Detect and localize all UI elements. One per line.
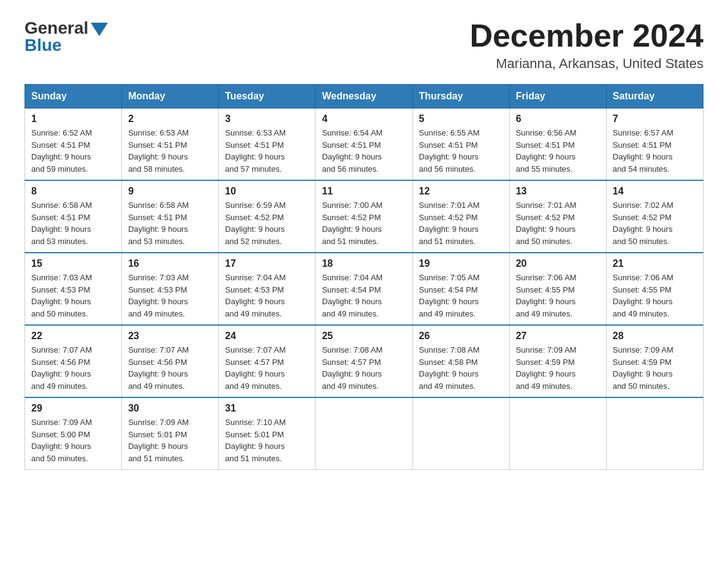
day-info: Sunrise: 7:07 AMSunset: 4:57 PMDaylight:… bbox=[225, 344, 309, 392]
calendar-cell: 23Sunrise: 7:07 AMSunset: 4:56 PMDayligh… bbox=[122, 325, 219, 397]
calendar-cell: 22Sunrise: 7:07 AMSunset: 4:56 PMDayligh… bbox=[25, 325, 122, 397]
logo-triangle-icon bbox=[91, 23, 108, 36]
day-info: Sunrise: 7:02 AMSunset: 4:52 PMDaylight:… bbox=[613, 199, 697, 247]
day-number: 2 bbox=[128, 113, 212, 124]
calendar-cell: 26Sunrise: 7:08 AMSunset: 4:58 PMDayligh… bbox=[412, 325, 509, 397]
weekday-header-sunday: Sunday bbox=[25, 85, 122, 109]
calendar-cell: 8Sunrise: 6:58 AMSunset: 4:51 PMDaylight… bbox=[25, 180, 122, 253]
day-number: 4 bbox=[322, 113, 406, 124]
day-number: 25 bbox=[322, 331, 406, 342]
day-info: Sunrise: 6:57 AMSunset: 4:51 PMDaylight:… bbox=[613, 127, 697, 175]
day-info: Sunrise: 6:56 AMSunset: 4:51 PMDaylight:… bbox=[516, 127, 600, 175]
weekday-header-thursday: Thursday bbox=[412, 85, 509, 109]
day-info: Sunrise: 6:53 AMSunset: 4:51 PMDaylight:… bbox=[128, 127, 212, 175]
calendar-cell: 28Sunrise: 7:09 AMSunset: 4:59 PMDayligh… bbox=[606, 325, 703, 397]
day-number: 20 bbox=[516, 258, 600, 269]
calendar-cell: 14Sunrise: 7:02 AMSunset: 4:52 PMDayligh… bbox=[606, 180, 703, 253]
calendar-week-row: 29Sunrise: 7:09 AMSunset: 5:00 PMDayligh… bbox=[25, 397, 703, 470]
calendar-cell: 16Sunrise: 7:03 AMSunset: 4:53 PMDayligh… bbox=[122, 253, 219, 325]
calendar-cell: 11Sunrise: 7:00 AMSunset: 4:52 PMDayligh… bbox=[316, 180, 412, 253]
day-info: Sunrise: 7:09 AMSunset: 4:59 PMDaylight:… bbox=[516, 344, 600, 392]
day-info: Sunrise: 6:58 AMSunset: 4:51 PMDaylight:… bbox=[31, 199, 115, 247]
calendar-week-row: 22Sunrise: 7:07 AMSunset: 4:56 PMDayligh… bbox=[25, 325, 703, 397]
day-number: 30 bbox=[128, 403, 212, 414]
calendar-cell: 7Sunrise: 6:57 AMSunset: 4:51 PMDaylight… bbox=[606, 109, 703, 181]
calendar-cell: 13Sunrise: 7:01 AMSunset: 4:52 PMDayligh… bbox=[509, 180, 606, 253]
calendar-table: SundayMondayTuesdayWednesdayThursdayFrid… bbox=[25, 84, 703, 470]
day-number: 3 bbox=[225, 113, 309, 124]
logo: General Blue bbox=[25, 18, 108, 55]
calendar-cell: 25Sunrise: 7:08 AMSunset: 4:57 PMDayligh… bbox=[316, 325, 412, 397]
day-info: Sunrise: 7:09 AMSunset: 4:59 PMDaylight:… bbox=[613, 344, 697, 392]
day-info: Sunrise: 7:03 AMSunset: 4:53 PMDaylight:… bbox=[31, 272, 115, 320]
calendar-cell: 30Sunrise: 7:09 AMSunset: 5:01 PMDayligh… bbox=[122, 397, 219, 470]
day-info: Sunrise: 7:09 AMSunset: 5:01 PMDaylight:… bbox=[128, 416, 212, 464]
weekday-header-friday: Friday bbox=[509, 85, 606, 109]
day-number: 6 bbox=[516, 113, 600, 124]
day-number: 5 bbox=[419, 113, 503, 124]
calendar-cell bbox=[412, 397, 509, 470]
day-info: Sunrise: 7:07 AMSunset: 4:56 PMDaylight:… bbox=[128, 344, 212, 392]
day-number: 28 bbox=[613, 331, 697, 342]
day-number: 24 bbox=[225, 331, 309, 342]
day-info: Sunrise: 7:01 AMSunset: 4:52 PMDaylight:… bbox=[419, 199, 503, 247]
calendar-cell: 6Sunrise: 6:56 AMSunset: 4:51 PMDaylight… bbox=[509, 109, 606, 181]
day-number: 29 bbox=[31, 403, 115, 414]
day-info: Sunrise: 7:08 AMSunset: 4:58 PMDaylight:… bbox=[419, 344, 503, 392]
calendar-cell: 21Sunrise: 7:06 AMSunset: 4:55 PMDayligh… bbox=[606, 253, 703, 325]
calendar-cell: 9Sunrise: 6:58 AMSunset: 4:51 PMDaylight… bbox=[122, 180, 219, 253]
calendar-cell: 29Sunrise: 7:09 AMSunset: 5:00 PMDayligh… bbox=[25, 397, 122, 470]
day-number: 11 bbox=[322, 186, 406, 197]
day-number: 19 bbox=[419, 258, 503, 269]
weekday-header-wednesday: Wednesday bbox=[316, 85, 412, 109]
day-number: 18 bbox=[322, 258, 406, 269]
day-info: Sunrise: 7:07 AMSunset: 4:56 PMDaylight:… bbox=[31, 344, 115, 392]
day-number: 27 bbox=[516, 331, 600, 342]
day-info: Sunrise: 7:05 AMSunset: 4:54 PMDaylight:… bbox=[419, 272, 503, 320]
weekday-header-monday: Monday bbox=[122, 85, 219, 109]
day-number: 9 bbox=[128, 186, 212, 197]
day-number: 31 bbox=[225, 403, 309, 414]
calendar-cell: 15Sunrise: 7:03 AMSunset: 4:53 PMDayligh… bbox=[25, 253, 122, 325]
weekday-header-row: SundayMondayTuesdayWednesdayThursdayFrid… bbox=[25, 85, 703, 109]
calendar-cell bbox=[509, 397, 606, 470]
calendar-cell bbox=[606, 397, 703, 470]
day-number: 8 bbox=[31, 186, 115, 197]
day-number: 13 bbox=[516, 186, 600, 197]
day-info: Sunrise: 7:09 AMSunset: 5:00 PMDaylight:… bbox=[31, 416, 115, 464]
day-number: 7 bbox=[613, 113, 697, 124]
day-number: 1 bbox=[31, 113, 115, 124]
day-number: 22 bbox=[31, 331, 115, 342]
logo-blue-text: Blue bbox=[25, 36, 62, 55]
calendar-week-row: 8Sunrise: 6:58 AMSunset: 4:51 PMDaylight… bbox=[25, 180, 703, 253]
calendar-cell: 20Sunrise: 7:06 AMSunset: 4:55 PMDayligh… bbox=[509, 253, 606, 325]
calendar-cell: 4Sunrise: 6:54 AMSunset: 4:51 PMDaylight… bbox=[316, 109, 412, 181]
title-block: December 2024 Marianna, Arkansas, United… bbox=[469, 18, 703, 72]
calendar-cell: 2Sunrise: 6:53 AMSunset: 4:51 PMDaylight… bbox=[122, 109, 219, 181]
day-number: 17 bbox=[225, 258, 309, 269]
day-info: Sunrise: 7:08 AMSunset: 4:57 PMDaylight:… bbox=[322, 344, 406, 392]
day-info: Sunrise: 7:06 AMSunset: 4:55 PMDaylight:… bbox=[613, 272, 697, 320]
calendar-week-row: 15Sunrise: 7:03 AMSunset: 4:53 PMDayligh… bbox=[25, 253, 703, 325]
calendar-cell: 10Sunrise: 6:59 AMSunset: 4:52 PMDayligh… bbox=[219, 180, 316, 253]
day-info: Sunrise: 6:58 AMSunset: 4:51 PMDaylight:… bbox=[128, 199, 212, 247]
weekday-header-saturday: Saturday bbox=[606, 85, 703, 109]
calendar-cell: 18Sunrise: 7:04 AMSunset: 4:54 PMDayligh… bbox=[316, 253, 412, 325]
day-info: Sunrise: 6:59 AMSunset: 4:52 PMDaylight:… bbox=[225, 199, 309, 247]
day-number: 23 bbox=[128, 331, 212, 342]
day-info: Sunrise: 7:01 AMSunset: 4:52 PMDaylight:… bbox=[516, 199, 600, 247]
day-info: Sunrise: 6:55 AMSunset: 4:51 PMDaylight:… bbox=[419, 127, 503, 175]
day-info: Sunrise: 6:54 AMSunset: 4:51 PMDaylight:… bbox=[322, 127, 406, 175]
calendar-cell: 19Sunrise: 7:05 AMSunset: 4:54 PMDayligh… bbox=[412, 253, 509, 325]
calendar-cell bbox=[316, 397, 412, 470]
day-number: 10 bbox=[225, 186, 309, 197]
calendar-cell: 24Sunrise: 7:07 AMSunset: 4:57 PMDayligh… bbox=[219, 325, 316, 397]
calendar-cell: 31Sunrise: 7:10 AMSunset: 5:01 PMDayligh… bbox=[219, 397, 316, 470]
day-number: 16 bbox=[128, 258, 212, 269]
day-info: Sunrise: 7:10 AMSunset: 5:01 PMDaylight:… bbox=[225, 416, 309, 464]
calendar-cell: 12Sunrise: 7:01 AMSunset: 4:52 PMDayligh… bbox=[412, 180, 509, 253]
day-number: 21 bbox=[613, 258, 697, 269]
calendar-cell: 3Sunrise: 6:53 AMSunset: 4:51 PMDaylight… bbox=[219, 109, 316, 181]
day-number: 14 bbox=[613, 186, 697, 197]
location-subtitle: Marianna, Arkansas, United States bbox=[469, 56, 703, 72]
